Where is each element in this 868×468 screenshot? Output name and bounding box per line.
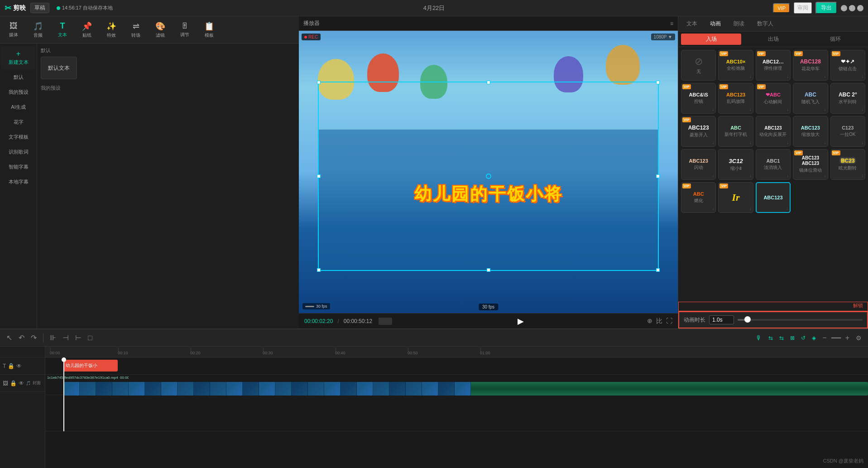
effect-small3d[interactable]: 3C12 缩小Ⅱ ↓ bbox=[718, 149, 753, 180]
video-clip[interactable] bbox=[63, 382, 868, 396]
effect-glare[interactable]: VIP BC23 眩光翻转 ↓ bbox=[830, 149, 865, 180]
subtab-enter[interactable]: 入场 bbox=[681, 34, 741, 45]
effect-chaos[interactable]: VIP ABC123 乱码放障 ↓ bbox=[718, 83, 753, 114]
play-button[interactable]: ▶ bbox=[398, 316, 643, 326]
preview-header: 播放器 ≡ bbox=[299, 16, 678, 31]
zoom-fit-btn[interactable]: ⊕ bbox=[647, 317, 652, 325]
maximize-btn[interactable]: □ bbox=[849, 5, 855, 11]
fullscreen-btn[interactable]: ⛶ bbox=[666, 317, 672, 325]
text-clip[interactable]: 幼儿园的干饭小 bbox=[63, 360, 118, 372]
effect-heartbeat[interactable]: VIP ❤ABC 心动解间 ↓ bbox=[756, 83, 791, 114]
effect-zoom[interactable]: ABC123 缩放放大 ↓ bbox=[793, 116, 828, 147]
duration-value[interactable]: 1.0s bbox=[709, 315, 734, 324]
minimize-btn[interactable]: − bbox=[841, 5, 847, 11]
video-eye-icon[interactable]: 👁 bbox=[19, 380, 24, 386]
effect-abc128[interactable]: VIP ABC128 花花华车 ↓ bbox=[793, 50, 828, 81]
tab-animation[interactable]: 动画 bbox=[705, 18, 726, 29]
review-btn[interactable]: 审阅 bbox=[794, 2, 812, 14]
toolbar-transition[interactable]: ⇌ 转场 bbox=[125, 19, 147, 40]
toolbar-sticker[interactable]: 📌 贴纸 bbox=[76, 19, 98, 40]
sidebar-default[interactable]: 默认 bbox=[1, 70, 36, 84]
effect-body-slide[interactable]: VIP ABC123ABC123 镜体位滑动 ↓ bbox=[793, 149, 828, 180]
effect-burn[interactable]: VIP ABC 燃化 ↓ bbox=[681, 182, 716, 213]
ratio-btn[interactable]: 比 bbox=[656, 317, 662, 325]
video-aspect-btn[interactable] bbox=[379, 318, 392, 325]
toolbar-template[interactable]: 📋 模板 bbox=[198, 19, 220, 40]
sticker-icon: 📌 bbox=[82, 21, 92, 31]
playhead[interactable] bbox=[63, 357, 64, 431]
sidebar-smart-subtitle[interactable]: 智能字幕 bbox=[1, 160, 36, 174]
subtab-loop[interactable]: 循环 bbox=[805, 34, 865, 45]
sidebar-local-subtitle[interactable]: 本地字幕 bbox=[1, 175, 36, 189]
undo-btn[interactable]: ↶ bbox=[17, 333, 26, 343]
snap-btn[interactable]: ⊠ bbox=[788, 334, 796, 342]
effect-fade[interactable]: ABC1 淡消填入 ↓ bbox=[756, 149, 791, 180]
trim-in-btn[interactable]: ⊣ bbox=[61, 333, 71, 343]
toolbar-media[interactable]: 🖼 媒体 bbox=[3, 19, 24, 40]
tab-narration[interactable]: 朗读 bbox=[728, 18, 750, 29]
toolbar-adjust[interactable]: 🎚 调节 bbox=[174, 19, 196, 40]
mic-btn[interactable]: 🎙 bbox=[754, 333, 764, 343]
close-btn[interactable]: × bbox=[857, 5, 863, 11]
effect-abc12[interactable]: VIP ABC12… 弹性律理 ↓ bbox=[756, 50, 791, 81]
vip-btn[interactable]: VIP bbox=[773, 3, 790, 13]
sidebar-lyrics[interactable]: 识别歌词 bbox=[1, 145, 36, 159]
unlock-label[interactable]: 解锁 bbox=[853, 303, 863, 308]
effect-none[interactable]: ⊘ 无 bbox=[681, 50, 716, 81]
effect-abc8s[interactable]: VIP ABC&\S 控镜 ↓ bbox=[681, 83, 716, 114]
subtab-exit[interactable]: 出场 bbox=[743, 34, 803, 45]
speed-btn[interactable]: ⇆ bbox=[777, 334, 786, 342]
cursor-tool-btn[interactable]: ↖ bbox=[5, 333, 14, 343]
toolbar-audio[interactable]: 🎵 音频 bbox=[27, 19, 49, 40]
effect-heart[interactable]: VIP ❤✦↗ 锁链点击 ↓ bbox=[830, 50, 865, 81]
sidebar-new-text[interactable]: + 新建文本 bbox=[1, 46, 36, 69]
video-lock-icon[interactable]: 🔒 bbox=[10, 380, 17, 386]
tick-0: 00:00 bbox=[50, 351, 60, 355]
zoom-out-btn[interactable]: − bbox=[820, 333, 828, 343]
dl-icon-7: ↓ bbox=[786, 107, 789, 112]
effect-flash2[interactable]: ABC123 闪动 ↓ bbox=[681, 149, 716, 180]
loop-btn[interactable]: ↺ bbox=[799, 334, 807, 342]
window-controls: − □ × bbox=[841, 5, 863, 11]
text-lock-icon[interactable]: 🔒 bbox=[8, 363, 14, 369]
duration-slider-thumb[interactable] bbox=[744, 316, 751, 323]
duration-slider-track[interactable] bbox=[738, 319, 863, 321]
preview-menu-icon[interactable]: ≡ bbox=[670, 20, 673, 27]
effect-unfold-label: 动化向反展开 bbox=[759, 131, 786, 138]
sidebar-my-presets[interactable]: 我的预设 bbox=[1, 85, 36, 99]
effect-hscroll[interactable]: ABС 2° 水平到特 ↓ bbox=[830, 83, 865, 114]
effect-unfold[interactable]: ABC123 动化向反展开 ↓ bbox=[756, 116, 791, 147]
toolbar-text[interactable]: T 文本 bbox=[52, 19, 73, 40]
media-icon: 🖼 bbox=[10, 21, 18, 31]
sticker2-btn[interactable]: ◈ bbox=[810, 334, 818, 342]
effect-selected[interactable]: ABC123 ↓ bbox=[756, 182, 791, 213]
delete-btn[interactable]: □ bbox=[86, 333, 94, 343]
settings-btn[interactable]: ⚙ bbox=[854, 333, 863, 343]
sidebar-text-template[interactable]: 文字模板 bbox=[1, 130, 36, 144]
unlock-label-area[interactable]: 解锁 bbox=[678, 302, 868, 311]
effect-ok[interactable]: C123 一拉OK ↓ bbox=[830, 116, 865, 147]
text-eye-icon[interactable]: 👁 bbox=[16, 363, 22, 369]
draft-menu-btn[interactable]: 草稿 bbox=[30, 3, 49, 13]
sidebar-flower-text[interactable]: 花字 bbox=[1, 115, 36, 129]
effect-ir[interactable]: VIP Ir ↓ bbox=[718, 182, 753, 213]
zoom-in-btn[interactable]: + bbox=[844, 333, 851, 343]
default-text-card[interactable]: 默认文本 bbox=[41, 57, 77, 79]
effect-abc10x[interactable]: VIP ABC10× 全松弛脑 ↓ bbox=[718, 50, 753, 81]
split-btn[interactable]: ⊪ bbox=[48, 333, 58, 343]
tab-digital-human[interactable]: 数字人 bbox=[752, 18, 779, 29]
effect-show-left[interactable]: VIP ABC123 菱形开入 ↓ bbox=[681, 116, 716, 147]
redo-btn[interactable]: ↷ bbox=[29, 333, 38, 343]
tab-text[interactable]: 文本 bbox=[681, 18, 703, 29]
frame-8 bbox=[177, 382, 194, 396]
toolbar-filter[interactable]: 🎨 滤镜 bbox=[149, 19, 171, 40]
sidebar-ai-generate[interactable]: AI生成 bbox=[1, 100, 36, 114]
export-btn[interactable]: 导出 bbox=[815, 2, 837, 14]
effect-typewrite[interactable]: ABC 新年打字机 ↓ bbox=[718, 116, 753, 147]
dl-icon-14: ↓ bbox=[861, 140, 863, 145]
split-audio-btn[interactable]: ⇆ bbox=[767, 334, 775, 342]
autosave-label: 14:56:17 自动保存本地 bbox=[62, 5, 113, 11]
effect-fly-in[interactable]: ABC 随机飞入 ↓ bbox=[793, 83, 828, 114]
trim-out-btn[interactable]: ⊢ bbox=[73, 333, 83, 343]
toolbar-effects[interactable]: ✨ 特效 bbox=[101, 19, 122, 40]
